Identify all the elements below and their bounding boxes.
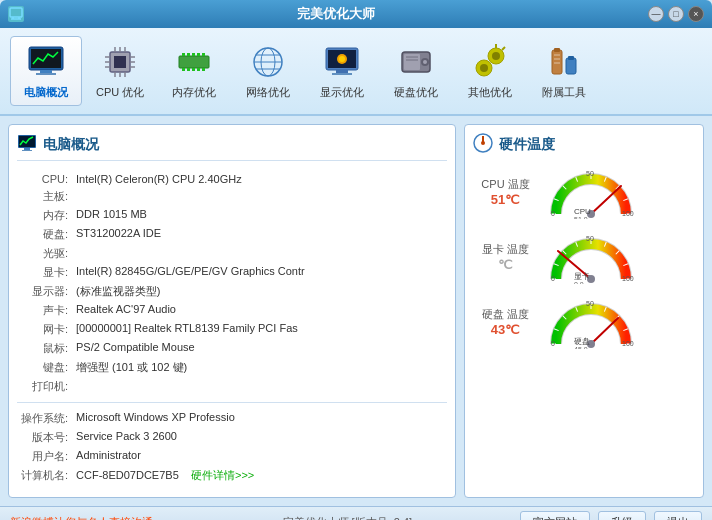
table-row: 鼠标: PS/2 Compatible Mouse — [17, 339, 447, 358]
overview-icon — [26, 42, 66, 82]
svg-point-53 — [480, 64, 488, 72]
weibo-link[interactable]: 新浪微博让您与名人直接沟通 — [10, 515, 175, 520]
tab-tools[interactable]: 附属工具 — [528, 37, 600, 105]
tab-harddisk[interactable]: 硬盘优化 — [380, 37, 452, 105]
left-panel: 电脑概况 CPU: Intel(R) Celeron(R) CPU 2.40GH… — [8, 124, 456, 498]
svg-rect-23 — [182, 53, 185, 56]
svg-line-55 — [502, 47, 505, 50]
main-content: 电脑概况 CPU: Intel(R) Celeron(R) CPU 2.40GH… — [0, 116, 712, 506]
cpu-value: Intel(R) Celeron(R) CPU 2.40GHz — [72, 171, 447, 187]
cpu-icon — [100, 42, 140, 82]
gpu-label: 显卡: — [17, 263, 72, 282]
titlebar: 完美优化大师 — □ × — [0, 0, 712, 28]
table-row: 网卡: [00000001] Realtek RTL8139 Family PC… — [17, 320, 447, 339]
gpu-temp-label-area: 显卡 温度 ℃ — [473, 242, 538, 272]
harddisk-label: 硬盘: — [17, 225, 72, 244]
svg-rect-28 — [182, 68, 185, 71]
monitor-value: (标准监视器类型) — [72, 282, 447, 301]
computer-label: 计算机名: — [17, 466, 72, 485]
minimize-button[interactable]: — — [648, 6, 664, 22]
tab-display[interactable]: 显示优化 — [306, 37, 378, 105]
maximize-button[interactable]: □ — [668, 6, 684, 22]
svg-rect-24 — [187, 53, 190, 56]
svg-rect-66 — [22, 150, 32, 151]
app-icon — [8, 6, 24, 22]
svg-rect-9 — [114, 56, 126, 68]
os-info-table: 操作系统: Microsoft Windows XP Professio 版本号… — [17, 409, 447, 485]
svg-text:51.0: 51.0 — [574, 216, 588, 219]
system-info-table: CPU: Intel(R) Celeron(R) CPU 2.40GHz 主板:… — [17, 171, 447, 396]
svg-line-111 — [591, 318, 618, 344]
exit-button[interactable]: 退出 — [654, 511, 702, 520]
table-row: 声卡: Realtek AC'97 Audio — [17, 301, 447, 320]
audio-label: 声卡: — [17, 301, 72, 320]
table-row: 键盘: 增强型 (101 或 102 键) — [17, 358, 447, 377]
tab-overview-label: 电脑概况 — [24, 85, 68, 100]
cpu-temp-item: CPU 温度 51℃ — [473, 164, 695, 219]
svg-text:100: 100 — [622, 275, 634, 282]
memory-label: 内存: — [17, 206, 72, 225]
divider — [17, 402, 447, 403]
tab-memory[interactable]: 内存优化 — [158, 37, 230, 105]
optical-value — [72, 244, 447, 263]
tab-cpu[interactable]: CPU 优化 — [84, 37, 156, 105]
motherboard-label: 主板: — [17, 187, 72, 206]
svg-text:硬盘: 硬盘 — [574, 337, 590, 346]
gpu-temp-label: 显卡 温度 — [473, 242, 538, 257]
left-section-title: 电脑概况 — [43, 136, 99, 154]
keyboard-label: 键盘: — [17, 358, 72, 377]
svg-rect-41 — [332, 73, 352, 75]
network-value: [00000001] Realtek RTL8139 Family PCI Fa… — [72, 320, 447, 339]
left-section-header: 电脑概况 — [17, 133, 447, 161]
hardware-detail-link[interactable]: 硬件详情>>> — [191, 469, 254, 481]
svg-text:100: 100 — [622, 210, 634, 217]
gpu-value: Intel(R) 82845G/GL/GE/PE/GV Graphics Con… — [72, 263, 447, 282]
table-row: 光驱: — [17, 244, 447, 263]
hdd-temp-item: 硬盘 温度 43℃ — [473, 294, 695, 349]
table-row: 计算机名: CCF-8ED07DCE7B5 硬件详情>>> — [17, 466, 447, 485]
version-info: 完美优化大师 [版本号: 2.4] — [183, 515, 512, 520]
network-icon — [248, 42, 288, 82]
website-button[interactable]: 官方网站 — [520, 511, 590, 520]
svg-text:0: 0 — [551, 275, 555, 282]
audio-value: Realtek AC'97 Audio — [72, 301, 447, 320]
cpu-label: CPU: — [17, 171, 72, 187]
tab-harddisk-label: 硬盘优化 — [394, 85, 438, 100]
username-value: Administrator — [72, 447, 447, 466]
tab-network[interactable]: 网络优化 — [232, 37, 304, 105]
os-value: Microsoft Windows XP Professio — [72, 409, 447, 428]
upgrade-button[interactable]: 升级 — [598, 511, 646, 520]
cpu-gauge: 0 50 100 CPU 51.0 — [546, 164, 636, 219]
right-panel: 硬件温度 CPU 温度 51℃ — [464, 124, 704, 498]
svg-text:50: 50 — [586, 235, 594, 242]
version-label: 版本号: — [17, 428, 72, 447]
svg-text:CPU: CPU — [574, 207, 591, 216]
svg-text:100: 100 — [622, 340, 634, 347]
hdd-temp-value: 43℃ — [491, 322, 520, 337]
svg-text:50: 50 — [586, 300, 594, 307]
keyboard-value: 增强型 (101 或 102 键) — [72, 358, 447, 377]
gpu-temp-value: ℃ — [498, 257, 513, 272]
tab-other[interactable]: 其他优化 — [454, 37, 526, 105]
tab-cpu-label: CPU 优化 — [96, 85, 144, 100]
svg-point-47 — [423, 60, 427, 64]
table-row: 操作系统: Microsoft Windows XP Professio — [17, 409, 447, 428]
tab-overview[interactable]: 电脑概况 — [10, 36, 82, 106]
svg-rect-6 — [40, 70, 52, 73]
svg-rect-57 — [554, 48, 560, 52]
memory-value: DDR 1015 MB — [72, 206, 447, 225]
tab-display-label: 显示优化 — [320, 85, 364, 100]
table-row: CPU: Intel(R) Celeron(R) CPU 2.40GHz — [17, 171, 447, 187]
os-label: 操作系统: — [17, 409, 72, 428]
svg-text:0.0: 0.0 — [574, 281, 584, 284]
svg-rect-45 — [404, 54, 420, 70]
display-icon — [322, 42, 362, 82]
temp-header-icon — [473, 133, 493, 156]
printer-value — [72, 377, 447, 396]
svg-rect-61 — [566, 58, 576, 74]
temp-section-header: 硬件温度 — [473, 133, 695, 156]
svg-text:45.0: 45.0 — [574, 346, 588, 349]
close-button[interactable]: × — [688, 6, 704, 22]
cpu-temp-value: 51℃ — [491, 192, 520, 207]
svg-rect-22 — [179, 56, 209, 68]
